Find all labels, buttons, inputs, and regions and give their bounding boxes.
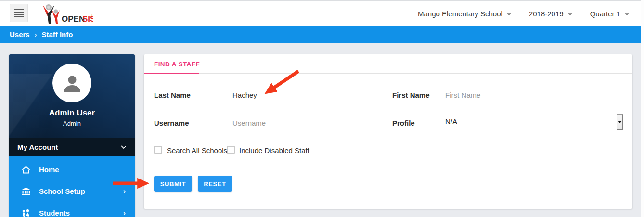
submenu-chevron-icon: › bbox=[123, 209, 126, 217]
opensis-logo-graphic: OPEN SIS TM bbox=[40, 3, 93, 26]
logo-text-tm: TM bbox=[91, 13, 93, 16]
profile-select-value: N/A bbox=[445, 117, 457, 126]
include-disabled-staff-label: Include Disabled Staff bbox=[239, 146, 309, 154]
quarter-selector-label: Quarter 1 bbox=[590, 10, 620, 18]
form-divider bbox=[154, 165, 623, 165]
last-name-label: Last Name bbox=[154, 91, 191, 99]
school-setup-icon bbox=[21, 187, 31, 196]
hamburger-menu-button[interactable] bbox=[10, 4, 28, 22]
breadcrumb-current-page: Staff Info bbox=[41, 30, 73, 38]
students-icon bbox=[21, 209, 31, 217]
first-name-label: First Name bbox=[392, 91, 430, 99]
person-icon bbox=[61, 72, 83, 94]
sidebar-item-my-account[interactable]: My Account bbox=[9, 138, 135, 156]
school-selector-label: Mango Elementary School bbox=[418, 10, 502, 18]
year-selector-label: 2018-2019 bbox=[529, 10, 564, 18]
tab-active-indicator bbox=[144, 73, 199, 74]
sidebar-item-label: Home bbox=[39, 166, 127, 174]
breadcrumb: Users › Staff Info bbox=[0, 26, 644, 43]
school-selector-dropdown[interactable]: Mango Elementary School bbox=[418, 10, 512, 18]
select-dropdown-arrow-icon[interactable] bbox=[617, 114, 623, 130]
home-icon bbox=[21, 166, 31, 174]
profile-label: Profile bbox=[392, 119, 415, 127]
sidebar-menu: Home School Setup › Students › bbox=[9, 156, 135, 217]
first-name-input[interactable] bbox=[445, 88, 623, 102]
avatar bbox=[52, 64, 91, 102]
submit-button[interactable]: SUBMIT bbox=[154, 176, 192, 192]
search-all-schools-checkbox[interactable] bbox=[154, 146, 162, 154]
chevron-down-icon bbox=[567, 12, 573, 15]
panel-tab-row: FIND A STAFF bbox=[144, 54, 632, 74]
sidebar-item-school-setup[interactable]: School Setup › bbox=[9, 180, 135, 202]
sidebar-item-home[interactable]: Home bbox=[9, 159, 135, 180]
chevron-down-icon bbox=[506, 12, 512, 15]
top-app-bar: OPEN SIS TM Mango Elementary School 2018… bbox=[0, 1, 644, 26]
reset-button[interactable]: RESET bbox=[198, 176, 232, 192]
sidebar-item-label: Students bbox=[39, 209, 123, 217]
sidebar-profile-section: Admin User Admin bbox=[9, 54, 135, 138]
breadcrumb-users-link[interactable]: Users bbox=[10, 30, 30, 38]
username-label: Username bbox=[154, 119, 189, 127]
last-name-input[interactable] bbox=[232, 88, 383, 102]
sidebar-item-label: School Setup bbox=[39, 187, 123, 195]
tab-find-a-staff[interactable]: FIND A STAFF bbox=[154, 61, 200, 68]
find-staff-panel: FIND A STAFF Last Name First Name Userna… bbox=[144, 54, 632, 209]
username-input[interactable] bbox=[232, 116, 383, 130]
submenu-chevron-icon: › bbox=[123, 187, 126, 196]
year-selector-dropdown[interactable]: 2018-2019 bbox=[529, 10, 573, 18]
profile-select[interactable]: N/A bbox=[445, 114, 623, 130]
sidebar-user-name: Admin User bbox=[9, 108, 135, 118]
quarter-selector-dropdown[interactable]: Quarter 1 bbox=[590, 10, 630, 18]
page-scrollbar-track[interactable] bbox=[641, 0, 644, 217]
chevron-down-icon bbox=[121, 145, 127, 149]
sidebar-item-students[interactable]: Students › bbox=[9, 202, 135, 217]
breadcrumb-separator: › bbox=[35, 31, 37, 38]
sidebar: Admin User Admin My Account Home School … bbox=[9, 54, 135, 217]
include-disabled-staff-checkbox[interactable] bbox=[227, 146, 235, 154]
header-selectors: Mango Elementary School 2018-2019 Quarte… bbox=[418, 1, 630, 26]
logo-text-open: OPEN bbox=[62, 14, 85, 24]
search-all-schools-label: Search All Schools bbox=[167, 146, 227, 154]
sidebar-user-role: Admin bbox=[9, 120, 135, 127]
chevron-down-icon bbox=[624, 12, 630, 15]
opensis-logo: OPEN SIS TM bbox=[40, 3, 93, 27]
my-account-label: My Account bbox=[17, 143, 58, 151]
